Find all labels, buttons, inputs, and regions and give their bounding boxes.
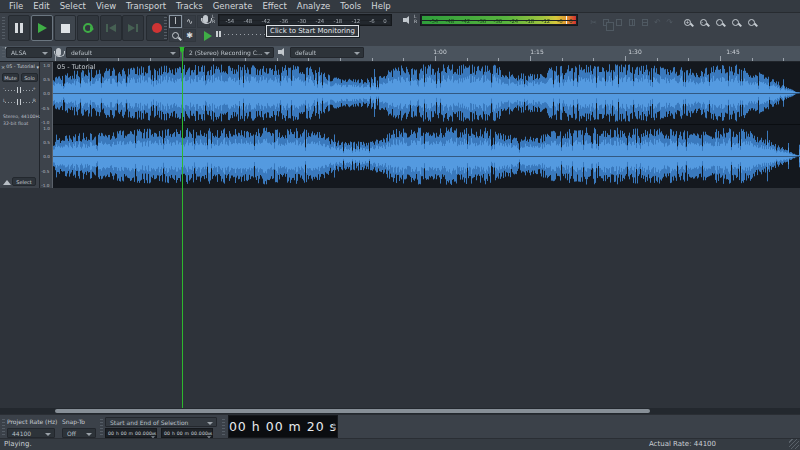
track-menu-caret-icon[interactable]: ▾ — [36, 64, 39, 70]
cut-button[interactable]: ✂ — [588, 16, 599, 28]
menu-effect[interactable]: Effect — [257, 0, 291, 13]
playback-device-select[interactable]: default — [290, 47, 364, 58]
menu-tools[interactable]: Tools — [335, 0, 366, 13]
time-toolbar-grip[interactable] — [100, 419, 103, 435]
microphone-icon — [203, 15, 208, 23]
menu-file[interactable]: File — [4, 0, 28, 13]
audio-position-display[interactable]: 00 h 00 m 20 s — [228, 415, 338, 438]
project-rate-label: Project Rate (Hz) — [7, 418, 57, 425]
position-toolbar-grip[interactable] — [222, 419, 225, 435]
track-format-info: Stereo, 44100Hz — [3, 114, 41, 119]
playback-status-text: Playing. — [4, 440, 32, 448]
skip-to-end-icon — [128, 24, 138, 32]
selection-start-field[interactable]: 00 h 00 m 00.000 s — [105, 428, 157, 438]
menu-view[interactable]: View — [91, 0, 121, 13]
speaker-icon — [403, 15, 413, 25]
pause-icon — [15, 23, 23, 33]
silence-audio-button[interactable] — [639, 16, 650, 28]
stop-icon — [61, 24, 70, 33]
waveform-canvas[interactable] — [53, 62, 800, 188]
zoom-toggle-icon — [748, 19, 755, 26]
skip-to-end-button[interactable] — [122, 15, 144, 41]
project-rate-select[interactable]: 44100 — [7, 428, 55, 438]
ruler-time-label: 1:15 — [530, 48, 543, 55]
device-toolbar-grip[interactable] — [2, 47, 5, 57]
menu-edit[interactable]: Edit — [28, 0, 54, 13]
undo-button[interactable]: ↶ — [652, 16, 663, 28]
zoom-in-button[interactable]: + — [682, 16, 693, 28]
redo-icon: ↷ — [666, 18, 673, 27]
menu-select[interactable]: Select — [55, 0, 91, 13]
track-control-panel: × 05 - Tutorial ▾ Mute Solo -+ LR Stereo… — [0, 62, 40, 188]
stop-button[interactable] — [54, 15, 76, 41]
play-speed-slider-thumb[interactable] — [216, 31, 221, 37]
recording-meter-channel-labels: LR — [212, 14, 215, 25]
ruler-time-label: 1:00 — [433, 48, 446, 55]
menu-analyze[interactable]: Analyze — [292, 0, 336, 13]
envelope-tool-button[interactable]: ∿ — [183, 15, 196, 28]
paste-icon — [616, 19, 622, 26]
audio-track: × 05 - Tutorial ▾ Mute Solo -+ LR Stereo… — [0, 62, 800, 188]
pause-button[interactable] — [8, 15, 30, 41]
redo-button[interactable]: ↷ — [664, 16, 675, 28]
selection-tool-button[interactable]: I — [169, 15, 182, 28]
record-icon — [152, 23, 162, 33]
menu-help[interactable]: Help — [366, 0, 395, 13]
selection-toolbar-grip[interactable] — [2, 419, 5, 435]
trim-icon — [629, 19, 635, 26]
track-close-button[interactable]: × — [1, 64, 5, 70]
audio-host-select[interactable]: ALSA — [6, 47, 52, 58]
audacity-window: File Edit Select View Transport Tracks G… — [0, 0, 800, 450]
selection-mode-select[interactable]: Start and End of Selection — [105, 417, 217, 427]
gain-slider[interactable]: -+ — [3, 86, 36, 94]
selection-toolbar: Project Rate (Hz) 44100 Snap-To Off Star… — [0, 414, 800, 438]
paste-button[interactable] — [613, 16, 624, 28]
skip-to-start-button[interactable] — [100, 15, 122, 41]
solo-button[interactable]: Solo — [21, 73, 38, 82]
snap-to-select[interactable]: Off — [62, 428, 96, 438]
status-bar: Playing. Actual Rate: 44100 — [0, 438, 800, 450]
resize-grip-icon[interactable] — [789, 439, 799, 449]
horizontal-scrollbar-thumb[interactable] — [55, 409, 650, 413]
track-select-button[interactable]: Select — [12, 177, 36, 186]
ibeam-icon: I — [174, 18, 176, 26]
tools-toolbar-grip[interactable] — [164, 17, 167, 41]
multi-tool-button[interactable]: ✱ — [183, 29, 196, 42]
vertical-scale-ruler[interactable]: 1.00.50.0-0.5-1.01.00.50.0-0.5-1.0 — [40, 62, 53, 188]
zoom-tool-button[interactable] — [169, 29, 182, 42]
undo-icon: ↶ — [654, 18, 661, 27]
collapse-track-icon[interactable] — [3, 180, 11, 185]
zoom-toggle-button[interactable] — [746, 16, 757, 28]
gain-slider-thumb[interactable] — [17, 87, 21, 93]
menu-transport[interactable]: Transport — [121, 0, 171, 13]
transport-toolbar-grip[interactable] — [2, 17, 5, 41]
menu-tracks[interactable]: Tracks — [171, 0, 208, 13]
zoom-out-button[interactable]: - — [698, 16, 709, 28]
zoom-in-icon: + — [684, 19, 691, 26]
snap-to-label: Snap-To — [62, 418, 85, 425]
recording-device-select[interactable]: default — [66, 47, 180, 58]
track-title[interactable]: 05 - Tutorial — [6, 64, 35, 69]
pan-slider-thumb[interactable] — [17, 99, 21, 105]
ruler-time-label: 1:30 — [628, 48, 641, 55]
monitoring-tooltip: Click to Start Monitoring — [266, 25, 359, 37]
copy-button[interactable] — [600, 16, 611, 28]
menu-generate[interactable]: Generate — [208, 0, 258, 13]
recording-channels-select[interactable]: 2 (Stereo) Recording C... — [184, 47, 274, 58]
recording-device-icon — [56, 48, 61, 56]
play-speed-slider[interactable] — [216, 31, 272, 37]
playback-meter[interactable]: -54-48-42-36-30-24-18-12-60 — [420, 14, 578, 26]
loop-button[interactable] — [77, 15, 99, 41]
mute-button[interactable]: Mute — [2, 73, 19, 82]
trim-audio-button[interactable] — [626, 16, 637, 28]
actual-rate-text: Actual Rate: 44100 — [649, 440, 716, 448]
star-icon: ✱ — [186, 32, 193, 40]
play-at-speed-button[interactable] — [204, 31, 212, 41]
play-button[interactable] — [31, 15, 53, 41]
pan-slider[interactable]: LR — [3, 98, 36, 106]
fit-selection-button[interactable] — [714, 16, 725, 28]
selection-end-field[interactable]: 00 h 00 m 00.000 s — [161, 428, 213, 438]
loop-icon — [83, 23, 93, 33]
fit-project-button[interactable] — [730, 16, 741, 28]
spinner-icon[interactable] — [331, 422, 336, 431]
